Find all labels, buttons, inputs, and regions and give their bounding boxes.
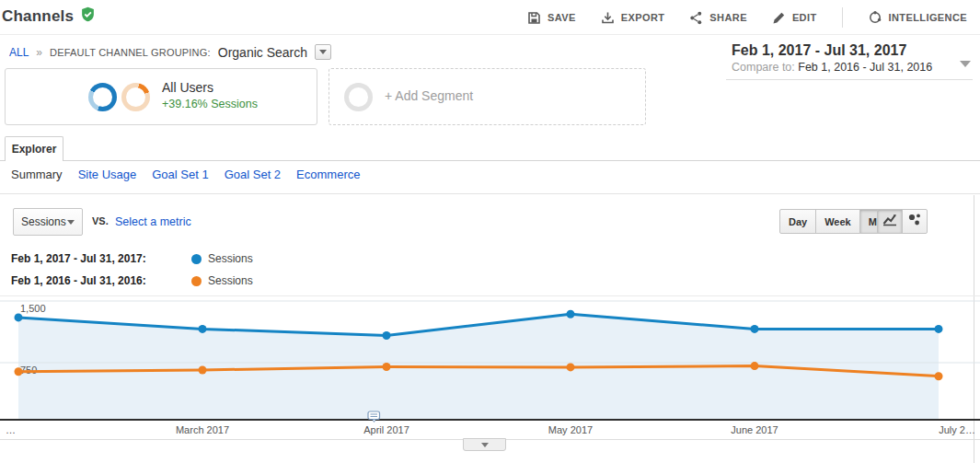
data-point[interactable] [15,313,23,321]
legend-row-current: Feb 1, 2017 - Jul 31, 2017: Sessions [11,252,253,265]
date-range-picker[interactable]: Feb 1, 2017 - Jul 31, 2017 Compare to: F… [726,41,973,80]
motion-chart-icon [907,213,922,230]
subtab-site-usage[interactable]: Site Usage [78,168,137,181]
channel-grouping-dropdown-button[interactable] [315,44,331,60]
x-axis-tick-label: June 2017 [731,424,778,435]
x-axis-tick-label: April 2017 [363,424,409,435]
x-axis-tick-label: May 2017 [548,424,593,435]
data-point[interactable] [199,325,207,333]
channel-grouping-label: DEFAULT CHANNEL GROUPING: [50,47,211,58]
save-button[interactable]: SAVE [527,11,576,25]
breadcrumb-all-link[interactable]: ALL [9,46,29,59]
subtab-goal-set-1[interactable]: Goal Set 1 [152,168,208,181]
save-icon [527,11,541,25]
x-axis-tick-label: March 2017 [176,424,229,435]
save-label: SAVE [548,12,576,23]
granularity-day-button[interactable]: Day [779,209,816,234]
chevron-down-icon [481,443,489,447]
compare-date-range: Feb 1, 2016 - Jul 31, 2016 [798,61,932,74]
legend-metric: Sessions [208,274,253,287]
analytics-report-page: Channels SAVE EXPORT SHARE EDIT [0,0,980,463]
share-label: SHARE [709,12,747,23]
chart-type-button-group [877,209,928,234]
segment-card-all-users[interactable]: All Users +39.16% Sessions [5,68,317,125]
edit-button[interactable]: EDIT [772,11,817,25]
chevron-down-icon [319,50,327,54]
data-point[interactable] [935,372,943,380]
chevron-down-icon [960,61,971,67]
report-subtabs: Summary Site Usage Goal Set 1 Goal Set 2… [11,168,360,181]
tab-strip-divider [0,160,980,161]
legend-row-compare: Feb 1, 2016 - Jul 31, 2016: Sessions [11,274,253,287]
y-axis-tick-label: 750 [20,365,37,376]
chart-svg: 1,500750…March 2017April 2017May 2017Jun… [0,295,980,438]
intelligence-icon [868,10,882,25]
legend-dot-blue-icon [191,254,202,264]
subtab-goal-set-2[interactable]: Goal Set 2 [225,168,281,181]
metric-selector-dropdown[interactable]: Sessions [13,208,83,236]
compare-to-label: Compare to: [732,61,795,74]
channel-grouping-value: Organic Search [218,45,307,60]
data-point[interactable] [935,325,943,333]
segment-sessions-change: +39.16% Sessions [162,98,258,110]
add-segment-label: + Add Segment [385,88,473,103]
segment-donut-blue-icon [88,83,117,111]
line-chart-type-button[interactable] [877,209,903,234]
chevron-down-icon [67,220,75,225]
line-chart-icon [882,214,897,230]
vs-label: vs. [92,215,109,226]
primary-date-range: Feb 1, 2017 - Jul 31, 2017 [732,42,952,59]
data-point[interactable] [15,367,23,376]
chart-canvas[interactable]: 1,500750…March 2017April 2017May 2017Jun… [0,295,980,438]
export-button[interactable]: EXPORT [601,11,665,25]
share-button[interactable]: SHARE [689,11,747,25]
page-title: Channels [2,7,74,26]
data-point[interactable] [751,362,759,370]
legend-dot-orange-icon [191,276,202,286]
x-axis-tick-label: … [6,424,16,435]
add-segment-button[interactable]: + Add Segment [329,68,646,125]
share-icon [689,11,703,25]
breadcrumb-separator: » [36,46,42,59]
legend-date-range: Feb 1, 2016 - Jul 31, 2016: [11,274,191,287]
export-label: EXPORT [621,12,665,23]
data-point[interactable] [751,325,759,333]
data-point[interactable] [567,363,575,371]
data-point[interactable] [567,310,575,318]
add-segment-donut-icon [344,83,373,111]
annotation-bubble-icon[interactable] [367,411,381,423]
toolbar-divider [842,7,843,28]
subtab-divider [0,193,980,194]
data-point[interactable] [383,331,391,340]
export-icon [601,11,615,25]
verified-shield-icon [80,6,96,26]
data-point[interactable] [199,366,207,375]
metric-selector-value: Sessions [21,215,66,228]
legend-metric: Sessions [208,252,253,265]
x-axis-tick-label: July 2… [939,424,975,435]
report-toolbar: SAVE EXPORT SHARE EDIT INTELLIGENCE [527,0,967,35]
intelligence-button[interactable]: INTELLIGENCE [868,10,967,25]
segment-donut-orange-icon [121,83,150,111]
edit-icon [772,11,786,25]
granularity-week-button[interactable]: Week [815,209,860,234]
header-bar: Channels SAVE EXPORT SHARE EDIT [0,0,980,35]
tab-explorer[interactable]: Explorer [5,136,63,161]
edit-label: EDIT [792,12,817,23]
motion-chart-type-button[interactable] [902,209,928,234]
legend-date-range: Feb 1, 2017 - Jul 31, 2017: [11,252,191,265]
data-point[interactable] [383,363,391,371]
breadcrumb: ALL » DEFAULT CHANNEL GROUPING: Organic … [9,44,331,60]
annotations-expand-button[interactable] [463,438,506,451]
select-a-metric-link[interactable]: Select a metric [115,215,191,228]
sessions-line-chart[interactable]: 1,500750…March 2017April 2017May 2017Jun… [0,295,980,463]
segment-name: All Users [162,80,258,95]
y-axis-tick-label: 1,500 [20,303,46,314]
subtab-ecommerce[interactable]: Ecommerce [296,168,360,181]
intelligence-label: INTELLIGENCE [889,12,967,23]
subtab-summary[interactable]: Summary [11,168,63,181]
